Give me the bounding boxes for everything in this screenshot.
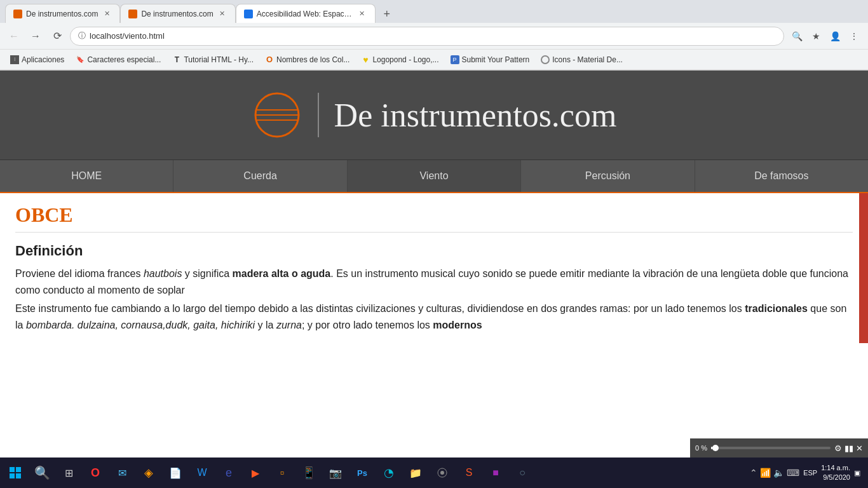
nav-viento[interactable]: Viento xyxy=(348,160,521,192)
para2-and: y la xyxy=(255,320,276,330)
tab-2-title: De instrumentos.com xyxy=(141,10,213,18)
media-bar: 0 % ⚙ ▮▮ ✕ xyxy=(690,438,868,458)
site-logo: De instrumentos.com xyxy=(252,90,617,140)
bookmark-icons-icon xyxy=(541,55,550,64)
para2-em1: bombarda. dulzaina, cornausa,dudk, gaita… xyxy=(26,320,255,330)
nav-de-famosos[interactable]: De famosos xyxy=(695,160,868,192)
tab-2[interactable]: De instrumentos.com ✕ xyxy=(120,4,235,23)
tab-3[interactable]: Accesibilidad Web: Espacio entr... ✕ xyxy=(236,4,376,23)
bookmarks-bar: ⁝ Aplicaciones 🔖 Caracteres especial... … xyxy=(0,50,868,70)
refresh-button[interactable]: ⟳ xyxy=(48,27,66,45)
bookmark-logopond[interactable]: ♥ Logopond - Logo,... xyxy=(356,53,444,66)
bookmark-tutorial-label: Tutorial HTML - Hy... xyxy=(184,55,254,64)
bookmark-aplicaciones-label: Aplicaciones xyxy=(22,55,64,64)
tab-3-title: Accesibilidad Web: Espacio entr... xyxy=(257,10,353,18)
media-settings-icon[interactable]: ⚙ xyxy=(834,444,842,453)
nav-bar: ← → ⟳ ⓘ localhost/viento.html 🔍 ★ 👤 ⋮ xyxy=(0,23,868,50)
bookmark-logopond-label: Logopond - Logo,... xyxy=(372,55,438,64)
para1-em: hautbois xyxy=(144,268,182,279)
para1-strong: madera alta o aguda xyxy=(233,268,331,279)
para2-strong2: modernos xyxy=(433,320,482,330)
logo-svg xyxy=(252,90,302,140)
forward-button[interactable]: → xyxy=(27,27,44,45)
tab-2-close[interactable]: ✕ xyxy=(217,9,227,19)
tab-bar: De instrumentos.com ✕ De instrumentos.co… xyxy=(0,0,868,23)
media-controls: ⚙ ▮▮ ✕ xyxy=(834,444,863,453)
red-accent-bar xyxy=(859,193,868,343)
nav-home[interactable]: HOME xyxy=(0,160,173,192)
tab-2-favicon xyxy=(128,10,137,18)
search-icon-button[interactable]: 🔍 xyxy=(788,27,806,45)
tab-1-favicon xyxy=(13,10,22,18)
paragraph-1: Proviene del idioma frances hautbois y s… xyxy=(15,266,853,298)
bookmark-icons-label: Icons - Material De... xyxy=(552,55,623,64)
bookmark-caracteres-label: Caracteres especial... xyxy=(87,55,161,64)
bookmark-nombres-label: Nombres de los Col... xyxy=(276,55,349,64)
tab-3-close[interactable]: ✕ xyxy=(357,9,367,19)
media-progress-thumb xyxy=(712,445,719,451)
bookmark-caracteres-icon: 🔖 xyxy=(76,55,85,64)
content-wrapper: OBCE Definición Proviene del idioma fran… xyxy=(0,193,868,343)
bookmark-star-button[interactable]: ★ xyxy=(807,27,825,45)
site-content: OBCE Definición Proviene del idioma fran… xyxy=(0,193,868,343)
menu-button[interactable]: ⋮ xyxy=(845,27,863,45)
site-nav: HOME Cuerda Viento Percusión De famosos xyxy=(0,159,868,193)
bookmark-caracteres[interactable]: 🔖 Caracteres especial... xyxy=(71,53,166,66)
bookmark-submit-pattern[interactable]: P Submit Your Pattern xyxy=(445,53,535,66)
address-bar[interactable]: ⓘ localhost/viento.html xyxy=(70,27,784,46)
back-button[interactable]: ← xyxy=(5,27,23,45)
section-heading: Definición xyxy=(15,243,853,259)
media-progress-track[interactable] xyxy=(711,447,831,449)
para1-before-em: Proviene del idioma frances xyxy=(15,268,144,279)
bookmark-submit-label: Submit Your Pattern xyxy=(462,55,530,64)
media-percent: 0 % xyxy=(695,444,707,452)
bookmark-icons-material[interactable]: Icons - Material De... xyxy=(536,53,628,66)
bookmark-aplicaciones[interactable]: ⁝ Aplicaciones xyxy=(5,53,69,66)
para2-start: Este instrumento fue cambiando a lo larg… xyxy=(15,303,745,314)
para2-strong1: tradicionales xyxy=(745,303,808,314)
browser-chrome: De instrumentos.com ✕ De instrumentos.co… xyxy=(0,0,868,71)
para2-end: ; y por otro lado tenemos los xyxy=(302,320,433,330)
bookmark-nombres[interactable]: O Nombres de los Col... xyxy=(260,53,355,66)
page-title: OBCE xyxy=(15,203,853,233)
logo-text: De instrumentos.com xyxy=(334,97,617,134)
tab-3-favicon xyxy=(244,10,253,18)
page-wrapper: De instrumentos.com ✕ De instrumentos.co… xyxy=(0,0,868,458)
profile-button[interactable]: 👤 xyxy=(826,27,844,45)
logo-divider xyxy=(318,93,319,137)
site-header: De instrumentos.com xyxy=(0,71,868,159)
bookmark-logopond-icon: ♥ xyxy=(361,55,370,64)
bookmark-tutorial[interactable]: T Tutorial HTML - Hy... xyxy=(167,53,259,66)
bookmark-aplicaciones-icon: ⁝ xyxy=(10,55,19,64)
lock-icon: ⓘ xyxy=(78,30,86,41)
bookmark-tutorial-icon: T xyxy=(172,55,181,64)
media-close-icon[interactable]: ✕ xyxy=(856,444,863,453)
paragraph-2: Este instrumento fue cambiando a lo larg… xyxy=(15,301,853,333)
website: De instrumentos.com HOME Cuerda Viento P… xyxy=(0,71,868,343)
tab-1-title: De instrumentos.com xyxy=(26,10,98,18)
bookmark-nombres-icon: O xyxy=(265,55,274,64)
nav-percusion[interactable]: Percusión xyxy=(521,160,695,192)
address-text: localhost/viento.html xyxy=(90,31,776,41)
media-pause-icon[interactable]: ▮▮ xyxy=(844,444,853,453)
tab-1[interactable]: De instrumentos.com ✕ xyxy=(5,4,120,23)
new-tab-button[interactable]: + xyxy=(378,5,396,23)
nav-right-icons: 🔍 ★ 👤 ⋮ xyxy=(788,27,863,45)
para1-after-em: y significa xyxy=(182,268,232,279)
para2-em2: zurna xyxy=(276,320,302,330)
bookmark-submit-icon: P xyxy=(451,55,459,64)
tab-1-close[interactable]: ✕ xyxy=(102,9,112,19)
nav-cuerda[interactable]: Cuerda xyxy=(173,160,347,192)
